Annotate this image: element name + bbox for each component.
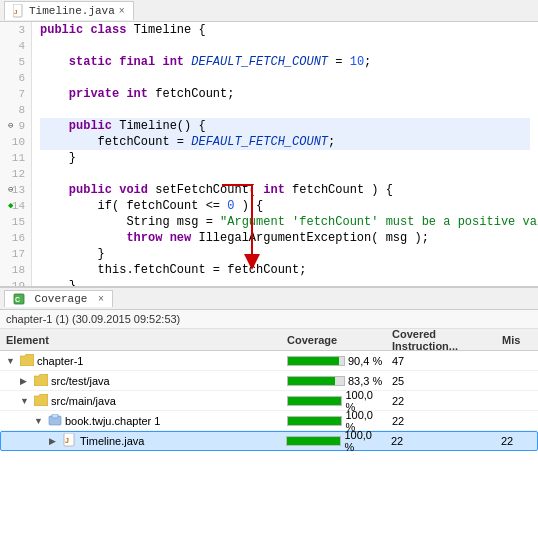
editor-tab[interactable]: J Timeline.java × <box>4 1 134 20</box>
code-line-8 <box>40 102 530 118</box>
code-token: public <box>40 118 119 134</box>
expand-icon[interactable]: ▼ <box>6 356 18 366</box>
expand-icon[interactable]: ▶ <box>20 376 32 386</box>
line-number-text: 18 <box>12 262 25 278</box>
coverage-row-src-main[interactable]: ▼src/main/java100,0 %22 <box>0 391 538 411</box>
code-line-19: } <box>40 278 530 288</box>
missed-cell: 22 <box>497 435 537 447</box>
code-area: 345678⊖9101112⊖13◆14151617181920⊖2122232… <box>0 22 538 288</box>
svg-rect-5 <box>52 414 58 418</box>
code-token: this.fetchCount = fetchCount; <box>40 262 306 278</box>
code-line-3: public class Timeline { <box>40 22 530 38</box>
code-token: new <box>170 230 199 246</box>
coverage-percent: 83,3 % <box>348 375 382 387</box>
code-token: public <box>40 182 119 198</box>
line-num-10: 10 <box>6 134 25 150</box>
folder-icon <box>34 374 48 388</box>
svg-text:J: J <box>65 437 69 444</box>
code-line-6 <box>40 70 530 86</box>
coverage-subtitle: chapter-1 (1) (30.09.2015 09:52:53) <box>0 310 538 329</box>
line-num-13: ⊖13 <box>6 182 25 198</box>
line-number-text: 6 <box>18 70 25 86</box>
line-number-text: 16 <box>12 230 25 246</box>
line-number-text: 15 <box>12 214 25 230</box>
coverage-pane: C Coverage × chapter-1 (1) (30.09.2015 0… <box>0 288 538 553</box>
code-token: int <box>126 86 155 102</box>
progress-bar-fill <box>288 417 341 425</box>
coverage-percent: 100,0 % <box>344 429 383 453</box>
java-file-icon: J <box>13 4 25 18</box>
coverage-table-header: Element Coverage Covered Instruction... … <box>0 329 538 351</box>
col-header-covered: Covered Instruction... <box>388 328 498 352</box>
progress-bar-container <box>287 396 342 406</box>
line-num-7: 7 <box>6 86 25 102</box>
code-line-7: private int fetchCount; <box>40 86 530 102</box>
coverage-row-chapter1[interactable]: ▼chapter-190,4 %47 <box>0 351 538 371</box>
coverage-row-timeline-java[interactable]: ▶JTimeline.java100,0 %2222 <box>0 431 538 451</box>
code-line-4 <box>40 38 530 54</box>
code-token: class <box>90 22 133 38</box>
line-num-17: 17 <box>6 246 25 262</box>
code-token: ; <box>328 134 335 150</box>
folder-icon <box>20 354 34 368</box>
code-token: public <box>40 22 90 38</box>
coverage-row-label: Timeline.java <box>80 435 144 447</box>
progress-bar-container <box>287 376 345 386</box>
gutter-icon-14: ◆ <box>8 198 13 214</box>
line-num-8: 8 <box>6 102 25 118</box>
line-num-5: 5 <box>6 54 25 70</box>
code-content[interactable]: public class Timeline { static final int… <box>32 22 538 288</box>
coverage-row-book-pkg[interactable]: ▼book.twju.chapter 1100,0 %22 <box>0 411 538 431</box>
line-number-text: 4 <box>18 38 25 54</box>
coverage-element-cell: ▼chapter-1 <box>0 354 283 368</box>
code-token: = <box>328 54 350 70</box>
code-line-14: if( fetchCount <= 0 ) { <box>40 198 530 214</box>
editor-tab-close[interactable]: × <box>119 6 125 17</box>
code-line-18: this.fetchCount = fetchCount; <box>40 262 530 278</box>
col-header-mis: Mis <box>498 334 538 346</box>
line-number-text: 19 <box>12 278 25 288</box>
expand-icon[interactable]: ▶ <box>49 436 61 446</box>
code-line-13: public void setFetchCount( int fetchCoun… <box>40 182 530 198</box>
line-number-text: 10 <box>12 134 25 150</box>
line-num-4: 4 <box>6 38 25 54</box>
line-number-text: 9 <box>18 118 25 134</box>
line-num-18: 18 <box>6 262 25 278</box>
line-num-19: 19 <box>6 278 25 288</box>
code-line-10: fetchCount = DEFAULT_FETCH_COUNT; <box>40 134 530 150</box>
progress-bar-fill <box>287 437 340 445</box>
line-number-text: 14 <box>12 198 25 214</box>
coverage-tab-close[interactable]: × <box>98 294 104 305</box>
coverage-row-src-test[interactable]: ▶src/test/java83,3 %25 <box>0 371 538 391</box>
expand-icon[interactable]: ▼ <box>20 396 32 406</box>
code-token: DEFAULT_FETCH_COUNT <box>191 134 328 150</box>
code-token: int <box>263 182 292 198</box>
coverage-element-cell: ▶JTimeline.java <box>1 433 282 449</box>
folder-icon <box>34 394 48 408</box>
col-header-element: Element <box>0 334 283 346</box>
gutter-icon-13: ⊖ <box>8 182 13 198</box>
code-line-12 <box>40 166 530 182</box>
coverage-tab[interactable]: C Coverage × <box>4 290 113 307</box>
covered-instructions-cell: 47 <box>388 355 498 367</box>
coverage-row-label: src/test/java <box>51 375 110 387</box>
line-number-text: 13 <box>12 182 25 198</box>
java-icon: J <box>63 433 77 449</box>
code-token: final <box>119 54 162 70</box>
line-number-text: 7 <box>18 86 25 102</box>
line-num-15: 15 <box>6 214 25 230</box>
progress-bar-container <box>287 356 345 366</box>
svg-text:C: C <box>15 296 20 303</box>
coverage-row-label: book.twju.chapter 1 <box>65 415 160 427</box>
covered-instructions-cell: 25 <box>388 375 498 387</box>
code-token: if( fetchCount <= <box>40 198 227 214</box>
code-line-15: String msg = "Argument 'fetchCount' must… <box>40 214 530 230</box>
code-line-16: throw new IllegalArgumentException( msg … <box>40 230 530 246</box>
line-num-9: ⊖9 <box>6 118 25 134</box>
progress-bar-fill <box>288 397 341 405</box>
expand-icon[interactable]: ▼ <box>34 416 46 426</box>
progress-bar-container <box>287 416 342 426</box>
svg-text:J: J <box>14 9 17 15</box>
progress-bar-fill <box>288 377 335 385</box>
line-number-text: 17 <box>12 246 25 262</box>
